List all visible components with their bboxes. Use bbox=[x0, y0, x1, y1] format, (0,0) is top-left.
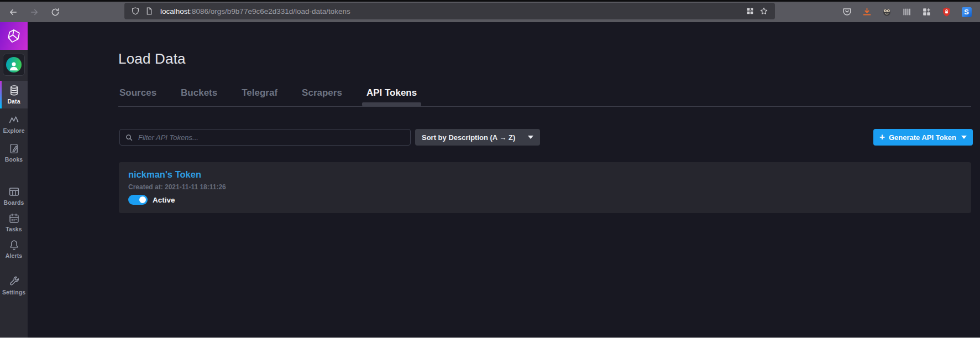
sidebar-item-boards[interactable]: Boards bbox=[0, 183, 28, 209]
person-icon bbox=[8, 60, 19, 71]
influxdb-logo[interactable] bbox=[0, 22, 28, 50]
sidebar-label-boards: Boards bbox=[4, 199, 24, 206]
token-status-row: Active bbox=[128, 195, 962, 205]
sidebar-label-tasks: Tasks bbox=[6, 226, 22, 232]
extension-animal-icon[interactable] bbox=[881, 6, 893, 18]
graph-line-icon bbox=[8, 114, 20, 126]
token-created-at: Created at: 2021-11-11 18:11:26 bbox=[128, 183, 962, 191]
tab-telegraf[interactable]: Telegraf bbox=[240, 87, 279, 99]
page-info-icon[interactable] bbox=[145, 7, 154, 15]
controls-row: Sort by Description (A → Z) + Generate A… bbox=[28, 129, 980, 146]
sidebar-item-explore[interactable]: Explore bbox=[0, 111, 28, 137]
influxdb-cube-icon bbox=[6, 28, 22, 44]
tab-sources[interactable]: Sources bbox=[118, 87, 158, 99]
forward-button[interactable] bbox=[27, 4, 42, 20]
filter-tokens-input[interactable] bbox=[137, 133, 405, 142]
browser-chrome: localhost:8086/orgs/b9b77e9c6e2d331d/loa… bbox=[0, 0, 980, 22]
back-button[interactable] bbox=[6, 4, 21, 20]
containers-icon[interactable] bbox=[746, 7, 754, 15]
sidebar-label-books: Books bbox=[5, 156, 23, 163]
plus-icon: + bbox=[879, 132, 885, 142]
extension-shield-lock-icon[interactable] bbox=[941, 6, 952, 18]
tabs-divider bbox=[118, 106, 971, 107]
token-card: nickman's Token Created at: 2021-11-11 1… bbox=[119, 162, 971, 213]
token-active-toggle[interactable] bbox=[128, 195, 148, 205]
tab-api-tokens[interactable]: API Tokens bbox=[365, 87, 418, 99]
url-host: localhost bbox=[160, 7, 190, 15]
sidebar-label-alerts: Alerts bbox=[6, 252, 22, 259]
extension-grid-plus-icon[interactable] bbox=[921, 6, 932, 18]
sidebar-item-data[interactable]: Data bbox=[0, 81, 28, 108]
dashboard-icon bbox=[8, 186, 20, 198]
bell-icon bbox=[8, 239, 20, 251]
sidebar-label-settings: Settings bbox=[2, 289, 25, 296]
bookmark-star-icon[interactable] bbox=[759, 7, 768, 15]
extension-fence-icon[interactable] bbox=[901, 6, 913, 18]
load-data-tabs: Sources Buckets Telegraf Scrapers API To… bbox=[118, 87, 418, 99]
generate-api-token-label: Generate API Token bbox=[889, 133, 956, 142]
reload-button[interactable] bbox=[48, 4, 63, 20]
tab-buckets[interactable]: Buckets bbox=[180, 87, 218, 99]
sidebar-item-tasks[interactable]: Tasks bbox=[0, 209, 28, 236]
chevron-down-icon bbox=[961, 136, 967, 139]
calendar-icon bbox=[8, 213, 20, 224]
browser-nav-buttons bbox=[6, 2, 63, 22]
generate-api-token-button[interactable]: + Generate API Token bbox=[873, 129, 973, 146]
pocket-icon[interactable] bbox=[841, 6, 853, 18]
database-icon bbox=[8, 85, 20, 96]
notebook-pencil-icon bbox=[8, 143, 20, 154]
url-path: :8086/orgs/b9b77e9c6e2d331d/load-data/to… bbox=[190, 7, 350, 15]
token-status-label: Active bbox=[153, 196, 175, 204]
screen: localhost:8086/orgs/b9b77e9c6e2d331d/loa… bbox=[0, 0, 980, 342]
back-icon bbox=[8, 7, 18, 17]
sidebar-item-alerts[interactable]: Alerts bbox=[0, 236, 28, 262]
sidebar-item-books[interactable]: Books bbox=[0, 139, 28, 166]
tab-scrapers[interactable]: Scrapers bbox=[301, 87, 343, 99]
url-text[interactable]: localhost:8086/orgs/b9b77e9c6e2d331d/loa… bbox=[160, 7, 350, 15]
sidebar: Data Explore Books Boards Tasks Alerts S… bbox=[0, 22, 28, 338]
sidebar-label-explore: Explore bbox=[3, 127, 24, 134]
page-title: Load Data bbox=[118, 50, 186, 68]
reload-icon bbox=[50, 7, 60, 17]
token-name-link[interactable]: nickman's Token bbox=[128, 169, 962, 180]
sidebar-label-data: Data bbox=[7, 98, 20, 105]
sort-dropdown-label: Sort by Description (A → Z) bbox=[422, 133, 528, 142]
wrench-icon bbox=[8, 276, 20, 287]
forward-icon bbox=[29, 7, 39, 17]
sidebar-item-settings[interactable]: Settings bbox=[0, 272, 28, 299]
chevron-down-icon bbox=[528, 136, 533, 139]
toolbar-extension-icons: S bbox=[841, 2, 972, 22]
filter-tokens-field[interactable] bbox=[119, 129, 411, 146]
user-avatar[interactable] bbox=[3, 54, 25, 76]
extension-s-badge-icon[interactable]: S bbox=[961, 6, 972, 18]
avatar-circle bbox=[6, 57, 22, 72]
search-icon bbox=[125, 133, 133, 142]
tracking-protection-shield-icon[interactable] bbox=[131, 7, 140, 15]
sort-dropdown[interactable]: Sort by Description (A → Z) bbox=[415, 129, 540, 146]
main-content: Load Data Sources Buckets Telegraf Scrap… bbox=[28, 22, 980, 338]
window-top-edge bbox=[0, 0, 980, 2]
downloads-icon[interactable] bbox=[861, 6, 873, 18]
url-bar[interactable]: localhost:8086/orgs/b9b77e9c6e2d331d/loa… bbox=[124, 3, 775, 19]
